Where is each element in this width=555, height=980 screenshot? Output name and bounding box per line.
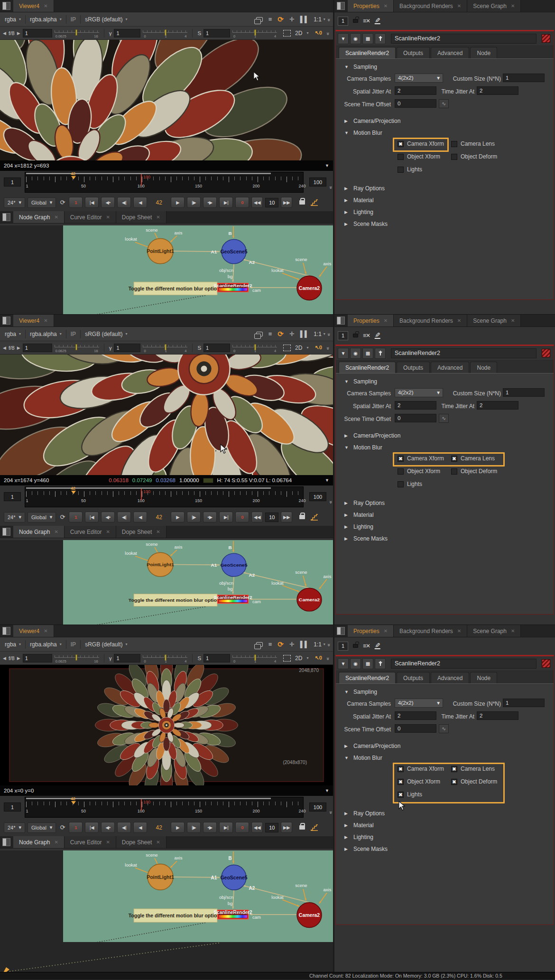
transport-back-2[interactable]: ◀| [117,822,131,833]
pane-layout-icon[interactable] [337,627,345,635]
transport-back-1[interactable]: ◀• [101,197,115,208]
tab-dope-sheet[interactable]: Dope Sheet ✕ [116,836,166,848]
profile-stairs-icon[interactable] [310,514,318,521]
camera-samples-dropdown[interactable]: 4(2x2) ▾ [395,388,443,397]
monitor-out-icon[interactable] [256,332,263,336]
range-start-input[interactable]: 1 [4,492,21,501]
timeline-scrollbar[interactable] [26,173,271,174]
monitor-out-icon[interactable] [256,17,263,22]
object-xform-option[interactable]: ✖ Object Xform [398,778,451,785]
gamma-input[interactable]: 1 [114,654,140,663]
close-icon[interactable]: ✕ [511,3,515,9]
timeline-scrollbar[interactable] [26,487,271,489]
gain-slider[interactable]: 0.0625 16 [55,28,99,38]
more-chevrons-icon[interactable]: » [326,18,332,20]
view-mode-dropdown[interactable]: 2D [295,345,302,351]
stack-count-input[interactable]: 1 [338,331,348,340]
next-arrow-icon[interactable]: ▶ [17,656,20,661]
section-lighting[interactable]: ▶ Lighting [344,834,373,840]
transport-back-3[interactable]: ◀ [133,512,147,523]
tab-background-renders[interactable]: Background Renders ✕ [394,315,467,327]
roi-icon[interactable]: ✛ [289,641,295,648]
saturation-slider[interactable]: 0 1 4 [232,343,277,353]
viewer-canvas[interactable] [0,40,333,160]
clear-all-icon[interactable]: ≡✕ [363,332,370,339]
more-chevrons-icon[interactable]: » [325,32,331,34]
gamma-slider[interactable]: 0 1 4 [143,343,187,353]
section-sampling[interactable]: ▼ Sampling [344,689,377,695]
animation-curve-icon[interactable]: ∿ [439,414,449,423]
section-scene-masks[interactable]: ▶ Scene Masks [344,535,388,542]
skip-frames-input[interactable]: 10 [265,198,278,207]
section-sampling[interactable]: ▼ Sampling [344,64,377,70]
camera-xform-option[interactable]: ✖ Camera Xform [398,140,451,147]
profile-stairs-icon[interactable] [310,824,318,831]
tab-curve-editor[interactable]: Curve Editor ✕ [65,836,116,848]
object-deform-checkbox[interactable] [451,154,457,160]
pointer-zero-icon[interactable]: ↖0 [314,655,322,661]
camera-lens-checkbox[interactable] [451,141,457,147]
node-color-swatch[interactable] [542,349,550,357]
time-jitter-input[interactable]: 2 [477,401,518,410]
collapse-icon[interactable]: ▼ [338,348,349,359]
range-scope-dropdown[interactable]: Global▾ [28,197,56,208]
section-motion-blur[interactable]: ▼ Motion Blur [344,755,382,761]
camera-xform-option[interactable]: ✖ Camera Xform [398,765,451,772]
collapse-icon[interactable]: ▼ [338,33,349,44]
section-motion-blur[interactable]: ▼ Motion Blur [344,130,382,136]
tab-viewer4[interactable]: Viewer4 ✕ [13,625,54,637]
lights-checkbox[interactable] [398,167,404,173]
gamma-input[interactable]: 1 [114,29,140,37]
pause-icon[interactable]: ▌▌ [300,330,309,337]
close-icon[interactable]: ✕ [54,840,58,845]
lights-option[interactable]: Lights [398,481,451,487]
loop-mode-icon[interactable]: ⟳ [60,199,65,206]
channels-dropdown[interactable]: rgba ▾ [3,16,23,23]
transport-back-1[interactable]: ◀• [101,822,115,833]
transport-fwd-2[interactable]: •▶ [203,197,217,208]
tab-viewer4[interactable]: Viewer4 ✕ [13,315,54,327]
transport-fwd-0[interactable]: ▶ [171,822,185,833]
playhead[interactable] [141,489,142,500]
object-xform-option[interactable]: Object Xform [398,468,451,475]
float-panel-icon[interactable]: ▩ [362,348,373,359]
lut-dropdown[interactable]: sRGB (default) ▾ [83,16,129,23]
close-icon[interactable]: ✕ [54,529,58,534]
transport-back-3[interactable]: ◀ [133,822,147,833]
tab-outputs[interactable]: Outputs [397,362,430,373]
gain-slider[interactable]: 0.0625 16 [55,343,99,353]
wrench-icon[interactable] [375,658,386,669]
object-xform-checkbox[interactable]: ✖ [398,779,404,785]
tab-properties[interactable]: Properties ✕ [348,315,394,327]
tab-scanlinerender[interactable]: ScanlineRender2 [339,362,396,373]
range-scope-dropdown[interactable]: Global▾ [28,512,56,523]
gamma-input[interactable]: 1 [114,344,140,352]
camera-lens-checkbox[interactable]: ✖ [451,766,457,772]
transport-fwd-1[interactable]: |▶ [187,197,201,208]
lights-checkbox[interactable]: ✖ [398,792,404,798]
node-name-input[interactable]: ScanlineRender2 [391,34,536,44]
section-ray-options[interactable]: ▶ Ray Options [344,185,385,192]
more-chevrons-icon[interactable]: » [325,657,331,659]
section-scene-masks[interactable]: ▶ Scene Masks [344,846,388,852]
close-icon[interactable]: ✕ [106,529,110,534]
layer-dropdown[interactable]: rgba.alpha ▾ [28,331,64,337]
transport-back-0[interactable]: |◀ [85,512,99,523]
gamma-slider[interactable]: 0 1 4 [143,653,187,663]
pane-layout-icon[interactable] [2,627,10,635]
edit-pencil-icon[interactable]: ✎ [375,332,380,339]
pane-layout-icon[interactable] [2,213,10,221]
tab-scanlinerender[interactable]: ScanlineRender2 [339,672,396,683]
close-icon[interactable]: ✕ [457,3,461,9]
zoom-level-dropdown[interactable]: 1:1 [314,16,322,23]
transport-fwd-3[interactable]: ▶| [219,512,233,523]
transport-back-2[interactable]: ◀| [117,197,131,208]
object-deform-option[interactable]: Object Deform [451,468,505,475]
range-start-input[interactable]: 1 [4,803,21,812]
tab-scanlinerender[interactable]: ScanlineRender2 [339,47,396,58]
more-chevrons-icon[interactable]: » [326,643,332,645]
spatial-jitter-input[interactable]: 2 [395,711,436,720]
close-icon[interactable]: ✕ [384,628,388,634]
range-end-input[interactable]: 100 [309,492,326,501]
transport-fwd-3[interactable]: ▶| [219,822,233,833]
